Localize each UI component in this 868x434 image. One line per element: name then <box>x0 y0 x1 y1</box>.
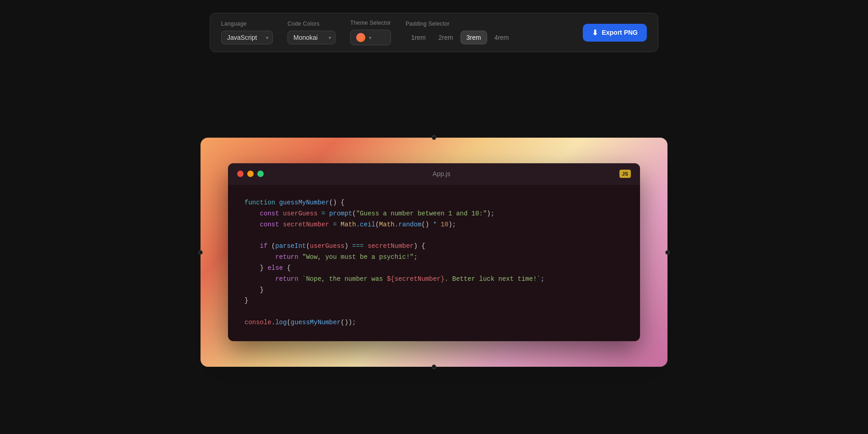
js-badge: JS <box>619 170 631 178</box>
code-colors-select-wrapper[interactable]: Monokai Dracula Solarized ▾ <box>288 31 336 44</box>
code-body: function guessMyNumber() { const userGue… <box>228 185 640 341</box>
padding-3rem[interactable]: 3rem <box>461 31 487 44</box>
download-icon: ⬇ <box>592 28 598 37</box>
export-label: Export PNG <box>602 29 638 36</box>
traffic-lights <box>237 171 264 177</box>
padding-section: Padding Selector 1rem 2rem 3rem 4rem <box>406 21 515 44</box>
window-title: App.js <box>433 170 450 177</box>
resize-handle-right[interactable] <box>665 250 670 255</box>
traffic-light-green <box>257 171 264 177</box>
language-select[interactable]: JavaScript TypeScript Python <box>221 31 273 44</box>
padding-1rem[interactable]: 1rem <box>406 31 431 44</box>
code-line-1: function guessMyNumber() { <box>244 198 624 209</box>
toolbar: Language JavaScript TypeScript Python ▾ … <box>210 13 658 52</box>
gradient-card: App.js JS function guessMyNumber() { con… <box>201 138 667 367</box>
padding-label: Padding Selector <box>406 21 515 27</box>
code-colors-label: Code Colors <box>288 21 336 27</box>
code-window: App.js JS function guessMyNumber() { con… <box>228 163 640 341</box>
padding-4rem[interactable]: 4rem <box>489 31 515 44</box>
theme-section: Theme Selector ▾ <box>350 20 391 45</box>
language-select-wrapper[interactable]: JavaScript TypeScript Python ▾ <box>221 31 273 44</box>
code-line-3: const secretNumber = Math.ceil(Math.rand… <box>244 220 624 230</box>
language-section: Language JavaScript TypeScript Python ▾ <box>221 21 273 44</box>
code-line-6: return "Wow, you must be a psychic!"; <box>244 252 624 263</box>
traffic-light-yellow <box>247 171 254 177</box>
export-button[interactable]: ⬇ Export PNG <box>583 24 647 42</box>
language-label: Language <box>221 21 273 27</box>
code-line-10: } <box>244 295 624 306</box>
code-line-11 <box>244 306 624 317</box>
resize-handle-top[interactable] <box>432 135 436 140</box>
code-line-2: const userGuess = prompt("Guess a number… <box>244 209 624 220</box>
resize-handle-bottom[interactable] <box>432 364 436 369</box>
padding-options: 1rem 2rem 3rem 4rem <box>406 31 515 44</box>
code-line-4 <box>244 230 624 241</box>
resize-handle-left[interactable] <box>198 250 203 255</box>
code-line-7: } else { <box>244 263 624 274</box>
theme-color-selector[interactable]: ▾ <box>350 30 391 45</box>
code-titlebar: App.js JS <box>228 163 640 185</box>
code-colors-select[interactable]: Monokai Dracula Solarized <box>288 31 336 44</box>
traffic-light-red <box>237 171 244 177</box>
code-line-5: if (parseInt(userGuess) === secretNumber… <box>244 241 624 252</box>
canvas-area: App.js JS function guessMyNumber() { con… <box>0 70 868 434</box>
theme-label: Theme Selector <box>350 20 391 26</box>
code-colors-section: Code Colors Monokai Dracula Solarized ▾ <box>288 21 336 44</box>
padding-2rem[interactable]: 2rem <box>433 31 459 44</box>
color-swatch <box>356 33 365 42</box>
code-line-9: } <box>244 285 624 296</box>
theme-chevron-icon: ▾ <box>369 35 371 40</box>
code-line-8: return `Nope, the number was ${secretNum… <box>244 274 624 285</box>
code-line-12: console.log(guessMyNumber()); <box>244 317 624 328</box>
